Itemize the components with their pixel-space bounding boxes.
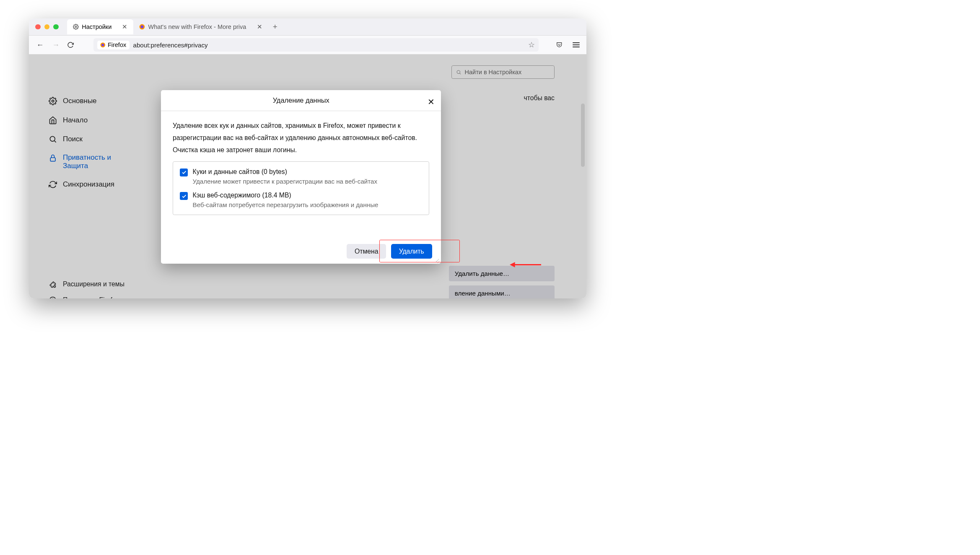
option-title: Кэш веб-содержимого (18.4 MB)	[193, 192, 379, 199]
url-bar[interactable]: Firefox about:preferences#privacy ☆	[93, 38, 539, 52]
identity-label: Firefox	[108, 41, 126, 48]
tab-settings[interactable]: Настройки ✕	[67, 19, 133, 34]
tab-label: What's new with Firefox - More priva	[148, 23, 246, 30]
button-label: Отмена	[355, 248, 379, 255]
svg-point-0	[75, 26, 76, 27]
page-content: Найти в Настройках Основные Начало	[29, 54, 586, 298]
dialog-header: Удаление данных ✕	[161, 90, 441, 111]
dialog-title: Удаление данных	[273, 96, 329, 104]
option-cache: Кэш веб-содержимого (18.4 MB) Веб-сайтам…	[180, 192, 422, 208]
dialog-footer: Отмена Удалить	[161, 239, 441, 264]
firefox-icon	[139, 24, 145, 30]
tab-whatsnew[interactable]: What's new with Firefox - More priva ✕	[133, 19, 268, 34]
gear-icon	[73, 24, 79, 30]
cancel-button[interactable]: Отмена	[347, 244, 386, 259]
window-controls	[35, 24, 58, 30]
titlebar: Настройки ✕ What's new with Firefox - Mo…	[29, 18, 586, 36]
dialog-body: Удаление всех кук и данных сайтов, храни…	[161, 111, 441, 224]
maximize-window-button[interactable]	[53, 24, 59, 30]
browser-window: Настройки ✕ What's new with Firefox - Mo…	[29, 18, 586, 298]
back-button[interactable]: ←	[35, 41, 45, 49]
option-title: Куки и данные сайтов (0 bytes)	[193, 168, 377, 176]
svg-marker-14	[510, 262, 515, 268]
dialog-description: Удаление всех кук и данных сайтов, храни…	[173, 119, 429, 156]
close-tab-icon[interactable]: ✕	[122, 23, 127, 31]
menu-button[interactable]	[573, 42, 580, 47]
scrollbar[interactable]	[581, 104, 585, 167]
toolbar: ← → Firefox about:preferences#privacy ☆	[29, 36, 586, 54]
reload-button[interactable]	[67, 41, 77, 48]
close-window-button[interactable]	[35, 24, 41, 30]
confirm-button[interactable]: Удалить	[391, 244, 432, 259]
option-subtitle: Удаление может привести к разрегистрации…	[193, 178, 377, 185]
close-tab-icon[interactable]: ✕	[257, 23, 262, 31]
close-icon[interactable]: ✕	[428, 97, 435, 107]
identity-badge[interactable]: Firefox	[97, 41, 130, 49]
minimize-window-button[interactable]	[44, 24, 50, 30]
option-cookies: Куки и данные сайтов (0 bytes) Удаление …	[180, 168, 422, 185]
pocket-icon[interactable]	[556, 41, 566, 48]
clear-data-dialog: Удаление данных ✕ Удаление всех кук и да…	[161, 90, 441, 263]
annotation-arrow-icon	[510, 261, 542, 269]
resize-grip[interactable]	[435, 258, 440, 262]
dialog-options: Куки и данные сайтов (0 bytes) Удаление …	[173, 161, 429, 215]
button-label: Удалить	[399, 248, 424, 255]
forward-button[interactable]: →	[51, 41, 61, 49]
option-subtitle: Веб-сайтам потребуется перезагрузить изо…	[193, 201, 379, 208]
url-text: about:preferences#privacy	[133, 41, 208, 49]
star-icon[interactable]: ☆	[528, 41, 535, 49]
new-tab-button[interactable]: +	[273, 22, 277, 31]
svg-point-4	[101, 44, 104, 46]
svg-point-2	[141, 26, 144, 29]
tab-label: Настройки	[82, 23, 111, 30]
checkbox-cache[interactable]	[180, 192, 188, 200]
tab-strip: Настройки ✕ What's new with Firefox - Mo…	[67, 19, 277, 34]
checkbox-cookies[interactable]	[180, 169, 188, 176]
